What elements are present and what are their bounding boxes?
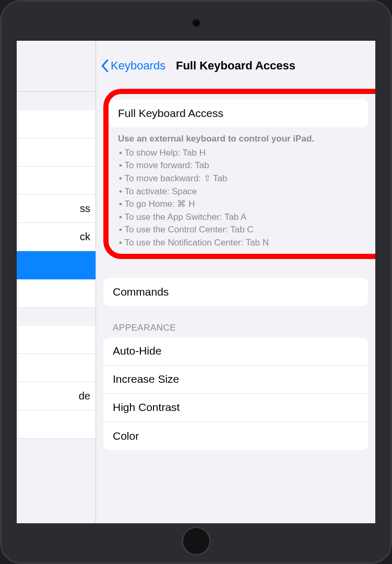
help-line: To activate: Space bbox=[119, 185, 359, 198]
sidebar-item[interactable] bbox=[17, 410, 96, 439]
full-keyboard-access-toggle-row[interactable]: Full Keyboard Access bbox=[109, 99, 368, 127]
help-line: To use the Control Center: Tab C bbox=[119, 224, 359, 237]
chevron-left-icon bbox=[101, 60, 109, 72]
home-button[interactable] bbox=[182, 526, 211, 556]
sidebar-item[interactable] bbox=[17, 138, 96, 167]
back-button[interactable]: Keyboards bbox=[101, 59, 165, 73]
sidebar-item[interactable]: de bbox=[17, 382, 96, 410]
annotation-highlight: Full Keyboard Access Use an external key… bbox=[103, 89, 375, 259]
cell-label: Color bbox=[113, 430, 139, 442]
sidebar-item[interactable]: ss bbox=[17, 195, 96, 223]
sidebar-header bbox=[17, 41, 96, 92]
sidebar-item[interactable] bbox=[17, 354, 96, 382]
help-lead: Use an external keyboard to control your… bbox=[118, 133, 359, 146]
commands-group: Commands bbox=[103, 278, 368, 306]
page-title: Full Keyboard Access bbox=[176, 59, 295, 73]
help-line: To show Help: Tab H bbox=[119, 147, 359, 160]
help-line: To go Home: ⌘ H bbox=[119, 198, 359, 211]
help-footer: Use an external keyboard to control your… bbox=[109, 127, 368, 250]
screen: ss ck de Keyboards bbox=[17, 41, 375, 523]
sidebar-item[interactable] bbox=[17, 110, 96, 138]
help-line: To use the App Switcher: Tab A bbox=[119, 211, 359, 224]
sidebar-item[interactable] bbox=[17, 326, 96, 354]
detail-pane: Keyboards Full Keyboard Access Full Keyb… bbox=[96, 41, 375, 523]
cell-label: High Contrast bbox=[113, 401, 180, 414]
increase-size-row[interactable]: Increase Size bbox=[103, 366, 368, 394]
cell-label: Auto-Hide bbox=[113, 345, 161, 357]
high-contrast-row[interactable]: High Contrast bbox=[103, 394, 368, 422]
sidebar-item[interactable] bbox=[17, 167, 96, 195]
color-row[interactable]: Color bbox=[103, 422, 368, 450]
full-keyboard-access-group: Full Keyboard Access bbox=[109, 99, 368, 127]
sidebar-group: de bbox=[17, 326, 96, 439]
sidebar-group: ss ck bbox=[17, 110, 96, 308]
sidebar-item[interactable]: ck bbox=[17, 223, 96, 251]
settings-sidebar: ss ck de bbox=[17, 41, 96, 523]
sidebar-item-selected[interactable] bbox=[17, 251, 96, 279]
sidebar-item[interactable] bbox=[17, 279, 96, 308]
help-line: To move backward: ⇧ Tab bbox=[119, 172, 359, 185]
appearance-group: Auto-Hide Increase Size High Contrast Co… bbox=[103, 337, 368, 450]
cell-label: Commands bbox=[113, 286, 169, 298]
auto-hide-row[interactable]: Auto-Hide bbox=[103, 337, 368, 366]
appearance-header: APPEARANCE bbox=[103, 306, 368, 337]
help-line: To move forward: Tab bbox=[119, 159, 359, 172]
commands-row[interactable]: Commands bbox=[103, 278, 368, 306]
content-scroll[interactable]: Full Keyboard Access Use an external key… bbox=[96, 79, 375, 523]
help-list: To show Help: Tab H To move forward: Tab… bbox=[118, 147, 359, 250]
nav-bar: Keyboards Full Keyboard Access bbox=[96, 41, 375, 79]
front-camera bbox=[192, 19, 200, 27]
cell-label: Increase Size bbox=[113, 373, 179, 385]
ipad-frame: ss ck de Keyboards bbox=[0, 0, 392, 564]
help-line: To use the Notification Center: Tab N bbox=[119, 237, 359, 250]
back-label: Keyboards bbox=[111, 59, 165, 73]
cell-label: Full Keyboard Access bbox=[118, 107, 223, 120]
